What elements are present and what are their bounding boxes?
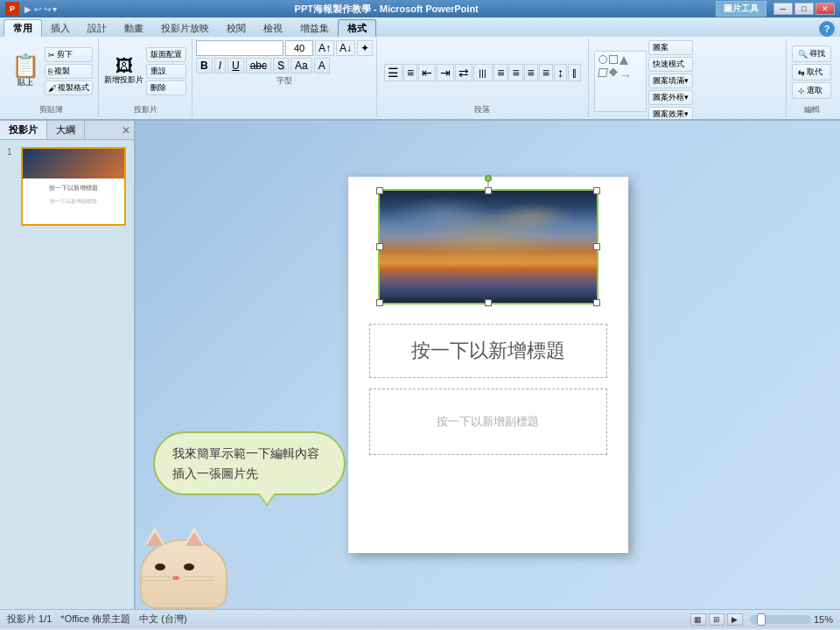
slides-label: 投影片	[134, 102, 158, 116]
close-button[interactable]: ✕	[816, 3, 835, 15]
align-center-button[interactable]: ≡	[508, 64, 522, 81]
layout-button[interactable]: 版面配置	[146, 47, 186, 62]
cat-whisker-ll	[140, 577, 171, 578]
font-shrink-button[interactable]: A↓	[336, 40, 355, 56]
handle-tc[interactable]	[485, 187, 492, 194]
format-tools-label: 圖片工具	[716, 1, 766, 17]
slide-number: 1	[7, 147, 18, 157]
help-button[interactable]: ?	[819, 21, 835, 37]
delete-button[interactable]: 刪除	[146, 80, 186, 95]
font-color-button[interactable]: A	[314, 58, 330, 74]
tab-format[interactable]: 格式	[338, 19, 376, 37]
handle-tl[interactable]	[376, 187, 383, 194]
rtl-button[interactable]: ⇄	[455, 64, 472, 81]
new-slide-icon: 🖼	[116, 57, 133, 74]
view-buttons: ▦ ⊞ ▶	[690, 613, 743, 626]
tab-slideshow[interactable]: 投影片放映	[152, 20, 218, 37]
line-spacing-button[interactable]: ↕	[554, 64, 567, 81]
bold-button[interactable]: B	[196, 58, 213, 74]
shape-effect-button[interactable]: 圖案效果▾	[648, 107, 693, 121]
tab-animation[interactable]: 動畫	[116, 20, 152, 37]
select-button[interactable]: ⊹選取	[792, 82, 831, 99]
format-copy-button[interactable]: 🖌複製格式	[45, 80, 93, 95]
font-size-input[interactable]: 40	[285, 40, 313, 56]
handle-bc[interactable]	[485, 299, 492, 306]
slide-info: 投影片 1/1	[7, 612, 52, 626]
clear-format-button[interactable]: ✦	[357, 40, 373, 56]
zoom-thumb[interactable]	[757, 613, 766, 626]
italic-button[interactable]: I	[214, 58, 226, 74]
handle-ml[interactable]	[376, 243, 383, 250]
handle-tr[interactable]	[593, 187, 600, 194]
normal-view-button[interactable]: ▦	[690, 613, 706, 626]
quick-style-button[interactable]: 快速模式	[648, 57, 693, 72]
slide-thumbnail-item: 1 按一下以新增標題 按一下以新增副標題	[7, 147, 127, 226]
title-placeholder[interactable]: 按一下以新增標題	[369, 324, 607, 378]
thumb-subtitle: 按一下以新增副標題	[23, 196, 124, 207]
replace-icon: ⇆	[798, 68, 805, 77]
select-icon: ⊹	[798, 87, 805, 95]
zoom-slider[interactable]	[750, 615, 811, 624]
indent-less-button[interactable]: ⇤	[418, 64, 436, 81]
paste-button[interactable]: 📋 貼上	[9, 52, 42, 91]
new-slide-button[interactable]: 🖼 新增投影片	[104, 57, 144, 86]
font-name-input[interactable]	[196, 40, 284, 56]
shape-outline-button[interactable]: 圖案外框▾	[648, 90, 693, 105]
tab-insert[interactable]: 插入	[42, 20, 79, 37]
align-cols-button[interactable]: ⫼	[473, 64, 493, 81]
subtitle-placeholder[interactable]: 按一下以新增副標題	[369, 388, 607, 455]
image-container[interactable]	[378, 189, 598, 304]
status-bar-right: ▦ ⊞ ▶ 15%	[690, 613, 833, 626]
outline-tab[interactable]: 大綱	[47, 121, 85, 139]
justify-button[interactable]: ≡	[539, 64, 553, 81]
align-left-button[interactable]: ≡	[494, 64, 508, 81]
align-right-button[interactable]: ≡	[524, 64, 538, 81]
cut-icon: ✂	[48, 51, 55, 60]
font-grow-button[interactable]: A↑	[315, 40, 334, 56]
indent-more-button[interactable]: ⇥	[437, 64, 454, 81]
canvas-area[interactable]: 按一下以新增標題 按一下以新增副標題 我來簡單示範一下編輯內容 插入一張圖片先	[136, 121, 840, 609]
handle-bl[interactable]	[376, 299, 383, 306]
replace-button[interactable]: ⇆取代	[792, 64, 831, 80]
reset-button[interactable]: 重設	[146, 64, 186, 79]
panel-close-button[interactable]: ✕	[122, 124, 130, 136]
tab-addins[interactable]: 增益集	[291, 20, 338, 37]
cut-button[interactable]: ✂剪下	[45, 47, 93, 62]
shapes-gallery[interactable]: →	[594, 51, 647, 112]
find-button[interactable]: 🔍尋找	[792, 46, 831, 62]
thumb-image	[23, 149, 124, 178]
tab-design[interactable]: 設計	[79, 20, 116, 37]
tab-view[interactable]: 檢視	[255, 20, 291, 37]
paragraph-group: ☰ ≡ ⇤ ⇥ ⇄ ⫼ ≡ ≡ ≡ ≡ ↕ ⫿ 段落	[377, 38, 589, 117]
slides-tab[interactable]: 投影片	[0, 121, 47, 139]
columns-button[interactable]: ⫿	[568, 64, 581, 81]
handle-br[interactable]	[593, 299, 600, 306]
shadow-button[interactable]: S	[273, 58, 289, 74]
shape-fill-button[interactable]: 圖案填滿▾	[648, 74, 693, 88]
slides-group: 🖼 新增投影片 版面配置 重設 刪除 投影片	[99, 38, 192, 117]
tab-home[interactable]: 常用	[4, 19, 42, 37]
shape-rect	[609, 55, 618, 64]
bullets-button[interactable]: ☰	[384, 64, 402, 81]
strikethrough-button[interactable]: abc	[246, 58, 271, 74]
slide-canvas[interactable]: 按一下以新增標題 按一下以新增副標題	[348, 177, 628, 553]
title-placeholder-text: 按一下以新增標題	[411, 340, 565, 361]
tab-review[interactable]: 校閱	[218, 20, 255, 37]
handle-mr[interactable]	[593, 243, 600, 250]
cat-body	[140, 539, 228, 609]
copy-button[interactable]: ⎘複製	[45, 64, 93, 79]
sky-image	[380, 191, 597, 303]
speech-bubble: 我來簡單示範一下編輯內容 插入一張圖片先	[153, 431, 346, 495]
maximize-button[interactable]: □	[794, 3, 814, 15]
minimize-button[interactable]: ─	[774, 3, 793, 15]
cat-eye-left	[155, 564, 165, 570]
slide-thumbnail[interactable]: 按一下以新增標題 按一下以新增副標題	[21, 147, 126, 226]
numbering-button[interactable]: ≡	[403, 64, 417, 81]
underline-button[interactable]: U	[228, 58, 244, 74]
zoom-control: 15%	[750, 614, 833, 625]
slideshow-button[interactable]: ▶	[727, 613, 743, 626]
change-case-button[interactable]: Aa	[290, 58, 312, 74]
slide-sorter-button[interactable]: ⊞	[709, 613, 724, 626]
arrange-button[interactable]: 圖案	[648, 40, 693, 55]
shape-arrow: →	[620, 68, 632, 82]
